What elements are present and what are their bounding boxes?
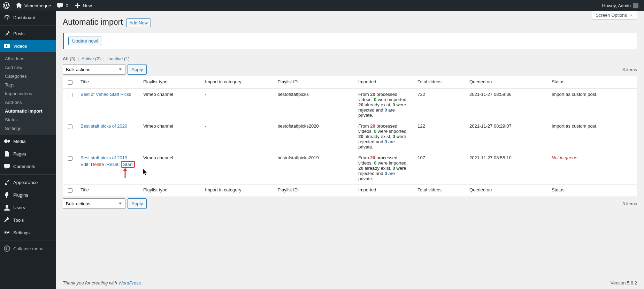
- filter-active[interactable]: Active: [82, 56, 94, 61]
- apply-button-top[interactable]: Apply: [128, 64, 147, 75]
- row-start[interactable]: Start: [121, 161, 135, 168]
- col-queried: Queried on: [466, 76, 548, 89]
- sidebar-item-tools[interactable]: Tools: [0, 214, 56, 226]
- update-notice: Update now!: [63, 33, 637, 49]
- table-row: Best of Vimeo Staff PicksVimeo channel-b…: [63, 89, 637, 121]
- sub-import-videos[interactable]: Import videos: [0, 89, 56, 98]
- row-checkbox[interactable]: [68, 93, 72, 97]
- sidebar-item-comments[interactable]: Comments: [0, 160, 56, 173]
- wp-link[interactable]: WordPress: [118, 280, 141, 286]
- svg-marker-5: [123, 168, 127, 171]
- sidebar-label: Pages: [13, 151, 26, 157]
- footer: Thank you for creating with WordPress. V…: [56, 277, 644, 289]
- row-reset[interactable]: Reset: [107, 162, 118, 167]
- row-edit[interactable]: Edit: [80, 162, 88, 167]
- col-title[interactable]: Title: [77, 76, 140, 89]
- select-all-top[interactable]: [68, 80, 72, 85]
- svg-point-3: [4, 246, 10, 251]
- pin-icon: [3, 30, 10, 37]
- row-checkbox[interactable]: [68, 124, 72, 129]
- sub-add-new[interactable]: Add new: [0, 63, 56, 72]
- cell-imported: From 20 processed videos, 0 were importe…: [355, 89, 414, 121]
- sub-categories[interactable]: Categories: [0, 72, 56, 81]
- new-content[interactable]: New: [71, 0, 95, 11]
- sidebar-item-users[interactable]: Users: [0, 201, 56, 214]
- sidebar-item-media[interactable]: Media: [0, 135, 56, 147]
- sidebar-item-settings[interactable]: Settings: [0, 226, 56, 239]
- sidebar-item-videos[interactable]: Videos: [0, 40, 56, 52]
- col-type: Playlist type: [140, 76, 201, 89]
- row-actions: Edit|Delete|Reset|Start: [80, 162, 136, 167]
- sidebar-item-pages[interactable]: Pages: [0, 147, 56, 160]
- filter-all[interactable]: All: [63, 56, 69, 61]
- col-status: Status: [548, 184, 637, 197]
- tablenav-bottom: Bulk actions Apply 3 items: [63, 198, 637, 209]
- sidebar-item-dashboard[interactable]: Dashboard: [0, 11, 56, 24]
- my-account[interactable]: Howdy, Admin: [599, 0, 641, 11]
- dashboard-icon: [3, 14, 10, 21]
- sub-automatic-import[interactable]: Automatic import: [0, 107, 56, 115]
- sub-status[interactable]: Status: [0, 115, 56, 124]
- sidebar-label: Collapse menu: [13, 246, 44, 251]
- col-status: Status: [548, 76, 637, 89]
- media-icon: [3, 138, 10, 145]
- plus-icon: [74, 2, 81, 9]
- update-now-button[interactable]: Update now!: [68, 37, 102, 45]
- col-title[interactable]: Title: [77, 184, 140, 197]
- cell-status: Not in queue: [548, 152, 637, 184]
- new-label: New: [83, 3, 92, 8]
- col-category: Import in category: [201, 184, 274, 197]
- status-filters: All (3) | Active (2) | Inactive (1): [63, 56, 637, 61]
- select-all-bottom[interactable]: [68, 188, 72, 193]
- brush-icon: [3, 179, 10, 186]
- cell-queried: 2021-11-27 08:58:36: [466, 89, 548, 121]
- sub-addons[interactable]: Add-ons: [0, 98, 56, 107]
- videos-submenu: All videos Add new Categories Tags Impor…: [0, 52, 56, 135]
- sidebar-label: Dashboard: [13, 15, 36, 20]
- bulk-action-select-bottom[interactable]: Bulk actions: [63, 198, 125, 209]
- page-title: Automatic import: [63, 17, 123, 27]
- col-total: Total videos: [414, 184, 466, 197]
- howdy-text: Howdy, Admin: [602, 3, 631, 8]
- cell-total: 122: [414, 121, 466, 152]
- cell-type: Vimeo channel: [140, 152, 201, 184]
- row-checkbox[interactable]: [68, 156, 72, 161]
- sidebar-label: Appearance: [13, 180, 38, 185]
- sidebar-label: Posts: [13, 31, 25, 36]
- sliders-icon: [3, 229, 10, 236]
- apply-button-bottom[interactable]: Apply: [128, 198, 147, 209]
- col-category: Import in category: [201, 76, 274, 89]
- site-name: Vimeotheque: [24, 3, 51, 8]
- cell-imported: From 20 processed videos, 0 were importe…: [355, 152, 414, 184]
- sidebar-label: Tools: [13, 218, 24, 223]
- sidebar-item-plugins[interactable]: Plugins: [0, 189, 56, 201]
- sidebar-item-posts[interactable]: Posts: [0, 27, 56, 40]
- comments-link[interactable]: 0: [54, 0, 71, 11]
- home-icon: [15, 2, 22, 9]
- row-title-link[interactable]: Best of Vimeo Staff Picks: [80, 92, 131, 97]
- sub-all-videos[interactable]: All videos: [0, 54, 56, 63]
- sidebar-item-appearance[interactable]: Appearance: [0, 176, 56, 189]
- add-new-button[interactable]: Add New: [126, 18, 151, 27]
- screen-options-button[interactable]: Screen Options: [592, 11, 637, 20]
- collapse-icon: [3, 245, 10, 252]
- row-title-link[interactable]: Best staff picks of 2020: [80, 123, 127, 129]
- bulk-action-select-top[interactable]: Bulk actions: [63, 64, 125, 75]
- sub-tags[interactable]: Tags: [0, 81, 56, 89]
- col-imported: Imported: [355, 184, 414, 197]
- cell-type: Vimeo channel: [140, 121, 201, 152]
- site-home[interactable]: Vimeotheque: [13, 0, 54, 11]
- row-delete[interactable]: Delete: [91, 162, 104, 167]
- filter-inactive[interactable]: Inactive: [107, 56, 123, 61]
- items-count: 3 items: [622, 67, 637, 72]
- cursor-icon: [143, 169, 147, 176]
- wp-logo[interactable]: [0, 0, 13, 11]
- svg-point-1: [4, 139, 8, 143]
- wrench-icon: [3, 216, 10, 223]
- collapse-menu[interactable]: Collapse menu: [0, 242, 56, 255]
- cell-playlist-id: bestofstaffpicks2020: [274, 121, 355, 152]
- row-title-link[interactable]: Best staff picks of 2019: [80, 155, 127, 160]
- sidebar-label: Comments: [13, 164, 35, 169]
- sub-settings[interactable]: Settings: [0, 124, 56, 133]
- cell-playlist-id: bestofstaffpicks2019: [274, 152, 355, 184]
